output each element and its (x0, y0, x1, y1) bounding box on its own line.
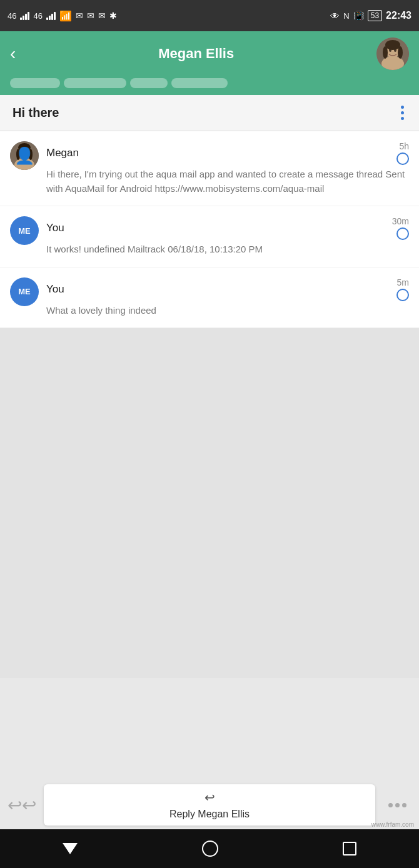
svg-point-6 (383, 46, 388, 59)
msg-status-2 (396, 227, 409, 240)
watermark: www.frfam.com (371, 821, 414, 828)
you-avatar-2: ME (10, 277, 39, 306)
svg-point-15 (29, 149, 33, 160)
dot-3 (401, 117, 404, 120)
wifi-icon: 📶 (59, 10, 72, 22)
email-address-bar (10, 78, 228, 88)
svg-point-5 (385, 40, 400, 50)
reply-all-button[interactable]: ↩↩ (0, 781, 44, 829)
dot-h-2 (395, 803, 400, 807)
back-button[interactable]: ‹ (10, 45, 16, 62)
dot-h-1 (388, 803, 393, 807)
svg-point-7 (398, 46, 403, 59)
clock: 22:43 (386, 10, 411, 21)
status-bar: 46 46 📶 ✉ ✉ ✉ ✱ 👁 N 📳 53 22:43 (0, 0, 419, 31)
reply-label: Reply Megan Ellis (169, 809, 250, 820)
nav-home-button[interactable] (202, 841, 218, 857)
sender-name-2: You (46, 222, 64, 234)
email-pill-1 (10, 78, 60, 88)
msg-time-col-1: 5h (396, 141, 409, 165)
three-dots-horizontal (388, 803, 406, 807)
msg-status-3 (396, 289, 409, 301)
home-circle-icon (202, 841, 218, 857)
header: ‹ Megan Ellis (0, 31, 419, 95)
header-subtitle (10, 76, 409, 95)
email-pill-2 (64, 78, 126, 88)
msg-time-2: 30m (392, 216, 409, 226)
back-triangle-icon (63, 843, 78, 854)
gray-area (0, 328, 419, 678)
email-subject: Hi there (13, 106, 59, 120)
mail-icon-2: ✉ (87, 11, 94, 21)
signal-right-text: 46 (33, 11, 42, 21)
msg-header-row-1: Megan 5h (46, 141, 409, 165)
dot-1 (401, 106, 404, 109)
reply-arrow-icon: ↩ (204, 790, 215, 805)
svg-point-10 (14, 158, 34, 170)
status-left: 46 46 📶 ✉ ✉ ✉ ✱ (8, 10, 117, 22)
mail-icon-1: ✉ (76, 11, 83, 21)
msg-time-col-3: 5m (396, 277, 409, 301)
message-item[interactable]: ME You 30m It works! undefined Mailtrack… (0, 206, 419, 267)
msg-preview-3: What a lovely thing indeed (46, 304, 409, 318)
signal-icon-right (46, 11, 56, 20)
contact-avatar[interactable] (376, 37, 409, 70)
message-body-2: You 30m It works! undefined Mailtrack 06… (46, 216, 409, 257)
svg-point-11 (21, 151, 24, 154)
msg-time-1: 5h (399, 141, 409, 151)
megan-avatar (10, 141, 39, 170)
email-pill-4 (171, 78, 228, 88)
bt-icon: ✱ (109, 11, 117, 21)
svg-point-14 (16, 149, 20, 160)
dot-h-3 (402, 803, 406, 807)
header-top: ‹ Megan Ellis (10, 31, 409, 76)
more-options-button[interactable] (398, 103, 406, 122)
contact-name-header: Megan Ellis (16, 46, 376, 62)
reply-all-icon: ↩↩ (8, 795, 36, 816)
dot-2 (401, 111, 404, 114)
battery-indicator: 53 (368, 10, 382, 21)
vibrate-icon: 📳 (353, 11, 364, 21)
nav-back-button[interactable] (63, 843, 78, 854)
msg-header-row-2: You 30m (46, 216, 409, 240)
message-item[interactable]: ME You 5m What a lovely thing indeed (0, 267, 419, 329)
msg-preview-2: It works! undefined Mailtrack 06/18/18, … (46, 242, 409, 257)
n-icon: N (343, 11, 349, 21)
avatar-image (376, 37, 409, 70)
messages-area: Megan 5h Hi there, I'm trying out the aq… (0, 131, 419, 328)
sender-name-1: Megan (46, 147, 79, 159)
svg-point-12 (26, 151, 28, 154)
message-body-1: Megan 5h Hi there, I'm trying out the aq… (46, 141, 409, 196)
nav-recent-button[interactable] (343, 842, 356, 856)
signal-left-text: 46 (8, 11, 16, 21)
sender-name-3: You (46, 283, 64, 296)
eye-icon: 👁 (330, 11, 340, 21)
message-body-3: You 5m What a lovely thing indeed (46, 277, 409, 318)
svg-point-13 (18, 143, 31, 152)
email-pill-3 (130, 78, 168, 88)
signal-icon-left (20, 11, 29, 20)
subject-bar: Hi there (0, 95, 419, 131)
reply-button[interactable]: ↩ Reply Megan Ellis (44, 784, 375, 826)
msg-time-col-2: 30m (392, 216, 409, 240)
svg-point-9 (19, 147, 30, 159)
android-nav-bar (0, 829, 419, 868)
bottom-bar: ↩↩ ↩ Reply Megan Ellis (0, 781, 419, 829)
mail-icon-3: ✉ (98, 11, 106, 21)
status-right: 👁 N 📳 53 22:43 (330, 10, 411, 21)
you-avatar-1: ME (10, 216, 39, 245)
msg-status-1 (396, 152, 409, 165)
msg-time-3: 5m (397, 277, 409, 287)
message-item[interactable]: Megan 5h Hi there, I'm trying out the aq… (0, 131, 419, 206)
msg-header-row-3: You 5m (46, 277, 409, 301)
msg-preview-1: Hi there, I'm trying out the aqua mail a… (46, 167, 409, 196)
recent-square-icon (343, 842, 356, 856)
